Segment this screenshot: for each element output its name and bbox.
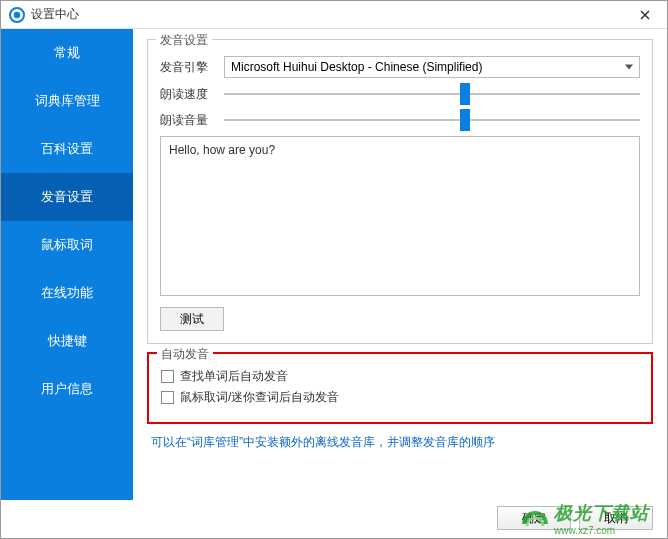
volume-row: 朗读音量 — [160, 110, 640, 130]
group-title: 发音设置 — [156, 32, 212, 49]
slider-track — [224, 119, 640, 121]
sidebar-item-dictionaries[interactable]: 词典库管理 — [1, 77, 133, 125]
cancel-button[interactable]: 取消 — [579, 506, 653, 530]
sidebar-item-speech[interactable]: 发音设置 — [1, 173, 133, 221]
app-icon — [9, 7, 25, 23]
sidebar-item-online[interactable]: 在线功能 — [1, 269, 133, 317]
sidebar: 常规 词典库管理 百科设置 发音设置 鼠标取词 在线功能 快捷键 用户信息 — [1, 29, 133, 500]
test-button[interactable]: 测试 — [160, 307, 224, 331]
volume-label: 朗读音量 — [160, 112, 216, 129]
auto-speak-on-mouse-checkbox[interactable] — [161, 391, 174, 404]
window-body: 常规 词典库管理 百科设置 发音设置 鼠标取词 在线功能 快捷键 用户信息 发音… — [1, 29, 667, 500]
sidebar-item-general[interactable]: 常规 — [1, 29, 133, 77]
sidebar-item-shortcuts[interactable]: 快捷键 — [1, 317, 133, 365]
sidebar-item-label: 鼠标取词 — [41, 236, 93, 254]
sidebar-item-label: 在线功能 — [41, 284, 93, 302]
main-panel: 发音设置 发音引擎 Microsoft Huihui Desktop - Chi… — [133, 29, 667, 500]
ok-button[interactable]: 确定 — [497, 506, 571, 530]
close-icon — [640, 10, 650, 20]
sidebar-item-label: 词典库管理 — [35, 92, 100, 110]
settings-window: 设置中心 常规 词典库管理 百科设置 发音设置 鼠标取词 在线功能 快捷键 用户… — [0, 0, 668, 539]
titlebar: 设置中心 — [1, 1, 667, 29]
speed-label: 朗读速度 — [160, 86, 216, 103]
sample-text-input[interactable] — [160, 136, 640, 296]
sidebar-item-label: 百科设置 — [41, 140, 93, 158]
engine-label: 发音引擎 — [160, 59, 216, 76]
volume-slider[interactable] — [224, 110, 640, 130]
footer: 极光下载站 www.xz7.com 确定 取消 — [1, 500, 667, 538]
auto-speak-on-lookup-row: 查找单词后自动发音 — [161, 368, 639, 385]
sidebar-item-user[interactable]: 用户信息 — [1, 365, 133, 413]
close-button[interactable] — [631, 5, 659, 25]
svg-point-1 — [14, 11, 20, 17]
engine-value: Microsoft Huihui Desktop - Chinese (Simp… — [231, 60, 482, 74]
speed-row: 朗读速度 — [160, 84, 640, 104]
speech-settings-group: 发音设置 发音引擎 Microsoft Huihui Desktop - Chi… — [147, 39, 653, 344]
auto-speak-on-lookup-checkbox[interactable] — [161, 370, 174, 383]
auto-speech-group: 自动发音 查找单词后自动发音 鼠标取词/迷你查词后自动发音 — [147, 352, 653, 424]
hint-text: 可以在“词库管理”中安装额外的离线发音库，并调整发音库的顺序 — [147, 432, 653, 451]
speed-thumb[interactable] — [460, 83, 470, 105]
sidebar-item-label: 发音设置 — [41, 188, 93, 206]
sidebar-item-encyclopedia[interactable]: 百科设置 — [1, 125, 133, 173]
slider-track — [224, 93, 640, 95]
engine-select[interactable]: Microsoft Huihui Desktop - Chinese (Simp… — [224, 56, 640, 78]
checkbox-label: 查找单词后自动发音 — [180, 368, 288, 385]
group-title: 自动发音 — [157, 346, 213, 363]
sidebar-item-label: 用户信息 — [41, 380, 93, 398]
speed-slider[interactable] — [224, 84, 640, 104]
window-title: 设置中心 — [31, 6, 631, 23]
sidebar-item-label: 快捷键 — [48, 332, 87, 350]
volume-thumb[interactable] — [460, 109, 470, 131]
auto-speak-on-mouse-row: 鼠标取词/迷你查词后自动发音 — [161, 389, 639, 406]
engine-row: 发音引擎 Microsoft Huihui Desktop - Chinese … — [160, 56, 640, 78]
checkbox-label: 鼠标取词/迷你查词后自动发音 — [180, 389, 339, 406]
sidebar-item-mouse-pick[interactable]: 鼠标取词 — [1, 221, 133, 269]
sidebar-item-label: 常规 — [54, 44, 80, 62]
